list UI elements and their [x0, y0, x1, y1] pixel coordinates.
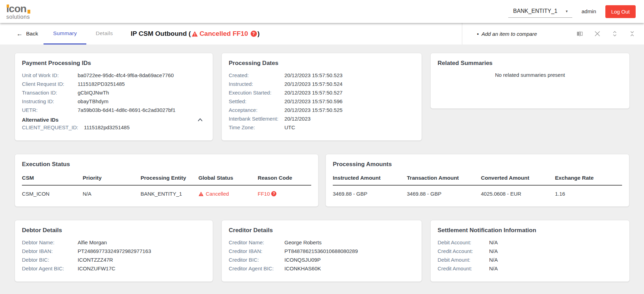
table-header-row: Instructed Amount Transaction Amount Con… [333, 175, 622, 186]
debtor-details-card: Debtor Details Debtor Name:Alfie Morgan … [15, 220, 213, 282]
cancelled-status: Cancelled FF10 ? [191, 30, 257, 38]
field-row: UETR:7a59b03b-6d41-4d8c-8691-6c2ad3027bf… [22, 107, 206, 114]
field-row: Instructing ID:obayTBhdym [22, 98, 206, 105]
username-label: admin [581, 8, 596, 15]
compare-panel: • Add an item to compare [462, 23, 644, 44]
card-title: Related Summaries [438, 60, 622, 67]
global-status-cell: Cancelled [198, 191, 258, 197]
processing-amounts-table: Instructed Amount Transaction Amount Con… [333, 175, 622, 199]
converted-amount-cell: 4025.0608 - EUR [481, 191, 555, 197]
field-row: Acceptance:20/12/2023 15:57:50.525 [229, 107, 415, 114]
creditor-details-card: Creditor Details Creditor Name:George Ro… [221, 220, 422, 282]
warning-triangle-icon [191, 31, 198, 37]
execution-status-card: Execution Status CSM Priority Processing… [15, 154, 319, 207]
field-row: Interbank Settlement:20/12/2023 [229, 115, 415, 122]
logo-orange-dot [7, 5, 9, 8]
card-title: Processing Dates [229, 60, 415, 67]
back-arrow-icon: ← [16, 30, 23, 38]
field-row: Creditor IBAN:PT84878621536010688080289 [229, 248, 415, 255]
field-row: Debit Amount:N/A [438, 256, 622, 263]
summary-content: Payment Processing IDs Unit of Work ID:b… [0, 44, 644, 282]
help-icon[interactable]: ? [271, 191, 276, 196]
page-title-suffix: ) [258, 30, 260, 38]
field-row: Debtor IBAN:PT24869773324972982977163 [22, 248, 206, 255]
help-icon[interactable]: ? [251, 31, 257, 37]
field-row: Instructed:20/12/2023 15:57:50.524 [229, 81, 415, 88]
card-title: Processing Amounts [333, 161, 622, 168]
table-header-row: CSM Priority Processing Entity Global St… [22, 175, 311, 186]
field-row: Debit Account:N/A [438, 239, 622, 246]
field-row: Unit of Work ID:ba0722ee-95dc-4fc4-9f6a-… [22, 72, 206, 79]
logo-orange-tail [28, 10, 30, 14]
field-row: Debtor BIC:ICONTZZZ47R [22, 256, 206, 263]
summary-toolbar: ← Back Summary Details IP CSM Outbound (… [0, 23, 644, 44]
field-row: Transaction ID:gCbIQJNwTh [22, 89, 206, 96]
processing-dates-card: Processing Dates Created:20/12/2023 15:5… [221, 53, 422, 141]
transaction-amount-cell: 3469.88 - GBP [407, 191, 481, 197]
field-row: Client Request ID:1115182PD3251485 [22, 81, 206, 88]
field-row: Debtor Agent BIC:ICONZUFW17C [22, 265, 206, 272]
priority-cell: N/A [83, 191, 141, 197]
field-row: Created:20/12/2023 15:57:50.523 [229, 72, 415, 79]
field-row: Time Zone:UTC [229, 124, 415, 131]
csm-cell: CSM_ICON [22, 191, 83, 197]
processing-entity-cell: BANK_ENTITY_1 [141, 191, 198, 197]
back-button[interactable]: ← Back [16, 23, 38, 44]
card-title: Payment Processing IDs [22, 60, 206, 67]
logo-subtext: solutions [6, 14, 30, 20]
reason-code-cell: FF10 ? [258, 191, 311, 197]
expand-icon[interactable] [611, 30, 618, 37]
status-text: Cancelled FF10 [199, 30, 248, 38]
logo-wordmark: icon [6, 3, 30, 14]
field-row: Credit Amount:N/A [438, 265, 622, 272]
field-row: Execution Started:20/12/2023 15:57:50.52… [229, 89, 415, 96]
page-title: IP CSM Outbound ( Cancelled FF10 ? ) [131, 23, 259, 44]
app-header: icon solutions BANK_ENTITY_1 ▾ admin Log… [0, 0, 644, 23]
field-row: Creditor BIC:ICONQSJU09P [229, 256, 415, 263]
field-row: Creditor Agent BIC:ICONKHAS60K [229, 265, 415, 272]
field-row: Debtor Name:Alfie Morgan [22, 239, 206, 246]
payment-processing-ids-card: Payment Processing IDs Unit of Work ID:b… [15, 53, 213, 141]
warning-triangle-icon [198, 191, 204, 196]
related-summaries-empty-text: No related summaries present [438, 72, 622, 78]
table-row: 3469.88 - GBP 3469.88 - GBP 4025.0608 - … [333, 186, 622, 199]
card-title: Creditor Details [229, 227, 415, 234]
instructed-amount-cell: 3469.88 - GBP [333, 191, 407, 197]
bullet-icon: • [477, 31, 479, 37]
card-title: Debtor Details [22, 227, 206, 234]
collapse-icon[interactable] [629, 30, 636, 37]
alternative-ids-heading: Alternative IDs [22, 117, 58, 123]
card-title: Settlement Notification Information [438, 227, 622, 234]
icon-solutions-logo: icon solutions [6, 3, 30, 20]
entity-select[interactable]: BANK_ENTITY_1 ▾ [508, 5, 572, 18]
field-row: Credit Account:N/A [438, 248, 622, 255]
execution-status-table: CSM Priority Processing Entity Global St… [22, 175, 311, 199]
entity-select-value: BANK_ENTITY_1 [513, 8, 557, 14]
compare-icon[interactable] [576, 30, 583, 38]
exchange-rate-cell: 1.16 [555, 191, 622, 197]
table-row: CSM_ICON N/A BANK_ENTITY_1 Cancelled FF1… [22, 186, 311, 199]
related-summaries-card: Related Summaries No related summaries p… [430, 53, 630, 109]
field-row: CLIENT_REQUEST_ID:1115182pd3251485 [22, 124, 206, 131]
chevron-down-icon: ▾ [566, 9, 568, 14]
processing-amounts-card: Processing Amounts Instructed Amount Tra… [325, 154, 629, 207]
tab-details[interactable]: Details [86, 23, 122, 44]
logout-button[interactable]: Log Out [605, 5, 636, 18]
page-title-prefix: IP CSM Outbound ( [131, 30, 191, 38]
tab-summary[interactable]: Summary [44, 23, 86, 44]
compare-hint: • Add an item to compare [477, 31, 537, 37]
settlement-notification-card: Settlement Notification Information Debi… [430, 220, 630, 282]
field-row: Creditor Name:George Roberts [229, 239, 415, 246]
card-title: Execution Status [22, 161, 311, 168]
chevron-up-icon[interactable] [197, 117, 204, 122]
field-row: Settled:20/12/2023 15:57:50.596 [229, 98, 415, 105]
back-label: Back [26, 31, 38, 37]
close-icon[interactable] [594, 30, 601, 37]
